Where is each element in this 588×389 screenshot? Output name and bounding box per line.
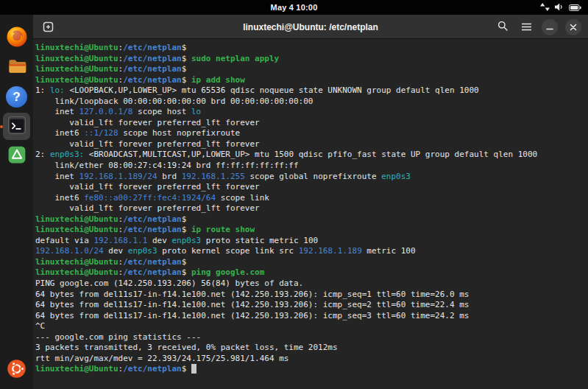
terminal-text: default via [35,236,93,245]
clock[interactable]: May 4 10:00 [271,3,318,12]
dock-item-ubuntu-logo[interactable] [3,357,30,384]
terminal-text: ping google.com [191,267,264,277]
terminal-line: valid_lft forever preferred_lft forever [35,203,587,214]
terminal-text: $ [182,54,191,63]
terminal-line: 3 packets transmitted, 3 received, 0% pa… [35,343,587,354]
terminal-line: 64 bytes from del11s17-in-f14.1e100.net … [35,311,587,322]
terminal-icon [7,115,27,139]
terminal-text: valid_lft forever preferred_lft forever [35,118,260,127]
terminal-screen[interactable]: linuxtechi@Ubuntu:/etc/netplan$ linuxtec… [33,39,588,389]
system-tray[interactable] [540,0,581,15]
terminal-text: linuxtechi@Ubuntu [35,214,118,224]
help-icon: ? [6,86,27,108]
dock-item-files[interactable] [3,54,30,81]
terminal-line: 64 bytes from del11s17-in-f14.1e100.net … [35,300,587,311]
terminal-line: valid_lft forever preferred_lft forever [35,182,587,193]
terminal-text: inet6 [35,193,84,203]
terminal-text: linuxtechi@Ubuntu [35,43,118,52]
terminal-text: <BROADCAST,MULTICAST,UP,LOWER_UP> mtu 15… [89,150,537,159]
terminal-text: scope host [132,107,191,116]
terminal-text: sudo netplan apply [191,54,279,63]
dock-item-software[interactable] [3,142,30,169]
terminal-text: 127.0.0.1/8 [79,107,133,116]
terminal-text: linuxtechi@Ubuntu [35,364,118,374]
terminal-text: valid_lft forever preferred_lft forever [35,139,260,149]
terminal-text: link/ether 08:00:27:c4:19:24 brd ff:ff:f… [35,161,299,170]
terminal-text: proto static metric 100 [201,236,318,245]
terminal-line: linuxtechi@Ubuntu:/etc/netplan$ ip route… [35,225,587,236]
terminal-text: 2: [35,150,50,159]
dock-item-firefox[interactable] [3,24,30,52]
minimize-icon [546,21,553,34]
terminal-text: proto kernel scope link src [157,246,299,256]
network-arrows-icon [540,1,550,14]
terminal-text: /etc/netplan [123,267,181,277]
terminal-text: ::1/128 [84,128,118,138]
terminal-text: $ [182,214,191,224]
terminal-line: linuxtechi@Ubuntu:/etc/netplan$ [35,364,587,375]
terminal-line: inet 127.0.0.1/8 scope host lo [35,107,587,118]
terminal-line: linuxtechi@Ubuntu:/etc/netplan$ ping goo… [35,267,587,278]
ubuntu-logo-icon [7,359,26,382]
terminal-line: valid_lft forever preferred_lft forever [35,118,587,129]
volume-icon [555,1,564,14]
terminal-line: PING google.com (142.250.193.206) 56(84)… [35,278,587,290]
window-titlebar[interactable]: linuxtechi@Ubuntu: /etc/netplan [33,15,588,39]
menu-button[interactable] [518,19,534,35]
window-title: linuxtechi@Ubuntu: /etc/netplan [243,22,378,32]
terminal-line: inet 192.168.1.189/24 brd 192.168.1.255 … [35,172,587,183]
terminal-text: $ [182,43,191,52]
search-button[interactable] [495,19,511,35]
terminal-line: inet6 ::1/128 scope host noprefixroute [35,128,587,139]
terminal-text: /etc/netplan [123,54,181,63]
terminal-text: enp0s3 [128,246,157,256]
terminal-text: linuxtechi@Ubuntu [35,75,118,85]
terminal-text: ip route show [191,225,255,234]
software-icon [7,144,27,168]
terminal-line: linuxtechi@Ubuntu:/etc/netplan$ [35,64,587,75]
terminal-text: 192.168.1.189/24 [79,172,157,181]
new-tab-button[interactable] [40,19,56,35]
dock-item-terminal[interactable] [3,113,30,140]
terminal-text: linuxtechi@Ubuntu [35,54,118,63]
hamburger-icon [522,21,531,34]
terminal-line: link/loopback 00:00:00:00:00:00 brd 00:0… [35,97,587,108]
terminal-text: $ [182,225,191,234]
close-button[interactable] [565,19,581,35]
terminal-line: linuxtechi@Ubuntu:/etc/netplan$ [35,214,587,225]
terminal-text: /etc/netplan [123,225,181,234]
terminal-text: /etc/netplan [123,364,181,374]
terminal-text: metric 100 [362,246,416,256]
terminal-text: dev [104,246,128,256]
terminal-text: $ [182,257,191,267]
terminal-text: valid_lft forever preferred_lft forever [35,182,260,192]
terminal-text: /etc/netplan [123,214,181,224]
terminal-text: scope link [216,193,269,203]
terminal-line: inet6 fe80::a00:27ff:fec4:1924/64 scope … [35,193,587,204]
terminal-text: ip add show [191,75,245,85]
search-icon [497,21,508,34]
terminal-text: rtt min/avg/max/mdev = 22.393/24.175/25.… [35,354,288,363]
terminal-text: $ [182,267,191,277]
terminal-text: PING google.com (142.250.193.206) 56(84)… [35,278,303,288]
terminal-line: 1: lo: <LOOPBACK,UP,LOWER_UP> mtu 65536 … [35,85,587,97]
terminal-text: 192.168.1.189 [299,246,362,256]
terminal-line: linuxtechi@Ubuntu:/etc/netplan$ [35,43,587,54]
terminal-text: ^C [35,321,45,331]
minimize-button[interactable] [542,19,558,35]
terminal-line: --- google.com ping statistics --- [35,332,587,343]
terminal-text: 192.168.1.1 [93,236,147,245]
terminal-text: $ [182,75,191,85]
files-folder-icon [7,56,27,80]
terminal-text: brd [157,172,182,181]
top-bar: May 4 10:00 [0,0,588,15]
terminal-line: 64 bytes from del11s17-in-f14.1e100.net … [35,290,587,301]
terminal-text: 192.168.1.255 [182,172,245,181]
terminal-text: valid_lft forever preferred_lft forever [35,203,260,213]
terminal-line: linuxtechi@Ubuntu:/etc/netplan$ [35,257,587,268]
terminal-text: enp0s3 [171,236,201,245]
terminal-text: lo: [50,85,70,95]
dock-item-help[interactable]: ? [3,83,30,111]
terminal-text: /etc/netplan [123,257,181,267]
terminal-text: linuxtechi@Ubuntu [35,257,118,267]
